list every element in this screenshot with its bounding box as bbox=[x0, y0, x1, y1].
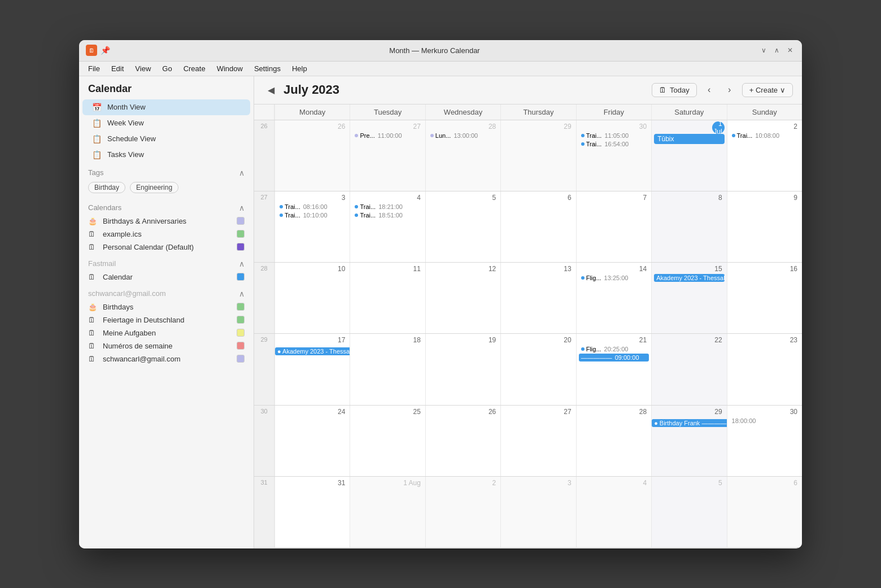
day-cell-jun26[interactable]: 26 bbox=[274, 120, 350, 191]
tags-toggle[interactable]: ∧ bbox=[239, 168, 245, 177]
day-cell-jun29[interactable]: 29 bbox=[500, 120, 575, 191]
calendar-example-ics[interactable]: 🗓 example.ics bbox=[79, 228, 254, 241]
day-cell-jul21[interactable]: 21 Flig...20:25:00 —————09:00:00 bbox=[576, 334, 651, 404]
day-cell-jul19[interactable]: 19 bbox=[425, 334, 500, 404]
day-cell-jul8[interactable]: 8 bbox=[651, 191, 726, 262]
sidebar-item-week-view[interactable]: 📋 Week View bbox=[82, 115, 250, 131]
day-num: 22 bbox=[654, 335, 724, 345]
menu-file[interactable]: File bbox=[84, 63, 104, 74]
day-cell-jul2[interactable]: 2 Trai...10:08:00 bbox=[727, 120, 802, 191]
day-cell-jul15[interactable]: 15 Akademy 2023 - Thessaloniki (in pers bbox=[651, 263, 726, 333]
event-trai-2[interactable]: Trai...16:54:00 bbox=[579, 140, 649, 148]
calendar-schwancarl[interactable]: 🗓 schwancarl@gmail.com bbox=[79, 352, 254, 365]
day-cell-jul7[interactable]: 7 bbox=[576, 191, 651, 262]
day-cell-jul24[interactable]: 24 bbox=[274, 406, 350, 476]
tag-birthday[interactable]: Birthday bbox=[88, 182, 125, 193]
calendar-fastmail[interactable]: 🗓 Calendar bbox=[79, 271, 254, 284]
menu-create[interactable]: Create bbox=[179, 63, 210, 74]
day-cell-jun27[interactable]: 27 Pre...11:00:00 bbox=[350, 120, 425, 191]
event-akademy-span[interactable]: ● Akademy 2023 - Thessaloniki (in person… bbox=[275, 347, 350, 355]
calendar-numeros[interactable]: 🗓 Numéros de semaine bbox=[79, 339, 254, 352]
calendar-meine-aufgaben[interactable]: 🗓 Meine Aufgaben bbox=[79, 326, 254, 339]
prev-month-button[interactable]: ‹ bbox=[701, 82, 717, 98]
day-cell-aug3[interactable]: 3 bbox=[500, 477, 575, 547]
day-cell-jul27[interactable]: 27 bbox=[500, 406, 575, 476]
event-trai-3[interactable]: Trai...08:16:00 bbox=[277, 203, 347, 211]
day-cell-jul29[interactable]: 29 ● Birthday Frank ———— bbox=[651, 406, 726, 476]
day-cell-jul18[interactable]: 18 bbox=[350, 334, 425, 404]
day-cell-jul12[interactable]: 12 bbox=[425, 263, 500, 333]
minimize-button[interactable]: ∨ bbox=[759, 45, 769, 55]
day-cell-jul6[interactable]: 6 bbox=[500, 191, 575, 262]
day-cell-jul31[interactable]: 31 bbox=[274, 477, 350, 547]
day-cell-jul3[interactable]: 3 Trai...08:16:00 Trai...10:10:00 bbox=[274, 191, 350, 262]
calendar-personal-default[interactable]: 🗓 Personal Calendar (Default) bbox=[79, 241, 254, 254]
day-cell-jul13[interactable]: 13 bbox=[500, 263, 575, 333]
calendar-birthdays-anniversaries[interactable]: 🎂 Birthdays & Anniversaries bbox=[79, 215, 254, 228]
event-birthday-frank[interactable]: ● Birthday Frank ———— bbox=[652, 419, 726, 427]
event-akademy-15[interactable]: Akademy 2023 - Thessaloniki (in pers bbox=[654, 274, 724, 282]
event-trai-6[interactable]: Trai...18:51:00 bbox=[352, 211, 422, 219]
day-cell-aug4[interactable]: 4 bbox=[576, 477, 651, 547]
event-trai-1[interactable]: Trai...11:05:00 bbox=[579, 132, 649, 140]
day-cell-jul28[interactable]: 28 bbox=[576, 406, 651, 476]
sidebar-toggle-button[interactable]: ◀ bbox=[263, 82, 279, 98]
event-flig-21[interactable]: Flig...20:25:00 bbox=[579, 345, 649, 353]
next-month-button[interactable]: › bbox=[722, 82, 738, 98]
event-span-end-21[interactable]: —————09:00:00 bbox=[579, 354, 649, 361]
day-cell-jul20[interactable]: 20 bbox=[500, 334, 575, 404]
event-trai-4[interactable]: Trai...10:10:00 bbox=[277, 211, 347, 219]
day-cell-jul10[interactable]: 10 bbox=[274, 263, 350, 333]
menu-edit[interactable]: Edit bbox=[107, 63, 128, 74]
day-cell-jun28[interactable]: 28 Lun...13:00:00 bbox=[425, 120, 500, 191]
tag-engineering[interactable]: Engineering bbox=[130, 182, 178, 193]
event-flig-14[interactable]: Flig...13:25:00 bbox=[579, 274, 649, 282]
maximize-button[interactable]: ∧ bbox=[772, 45, 782, 55]
google-toggle[interactable]: ∧ bbox=[239, 289, 245, 298]
day-cell-jul26[interactable]: 26 bbox=[425, 406, 500, 476]
day-cell-aug6[interactable]: 6 bbox=[727, 477, 802, 547]
event-lun[interactable]: Lun...13:00:00 bbox=[428, 132, 498, 140]
calendar-feiertage[interactable]: 🗓 Feiertage in Deutschland bbox=[79, 313, 254, 326]
day-num: 28 bbox=[428, 121, 498, 132]
day-cell-jun30[interactable]: 30 Trai...11:05:00 Trai...16:54:00 bbox=[576, 120, 651, 191]
close-button[interactable]: ✕ bbox=[785, 45, 795, 55]
fastmail-toggle[interactable]: ∧ bbox=[239, 259, 245, 268]
day-cell-jul1[interactable]: 1 Jul Tūbix bbox=[651, 120, 726, 191]
menu-help[interactable]: Help bbox=[287, 63, 312, 74]
day-cell-jul11[interactable]: 11 bbox=[350, 263, 425, 333]
day-cell-aug1[interactable]: 1 Aug bbox=[350, 477, 425, 547]
day-cell-jul25[interactable]: 25 bbox=[350, 406, 425, 476]
create-button[interactable]: + Create ∨ bbox=[742, 83, 793, 97]
sidebar-item-month-view[interactable]: 📅 Month View bbox=[82, 99, 250, 115]
event-label: Akademy 2023 - Thessaloniki (in pers bbox=[656, 275, 724, 281]
day-num: 4 bbox=[579, 478, 649, 488]
sidebar-item-schedule-view[interactable]: 📋 Schedule View bbox=[82, 131, 250, 147]
calendars-toggle[interactable]: ∧ bbox=[239, 203, 245, 212]
event-pre[interactable]: Pre...11:00:00 bbox=[352, 132, 422, 140]
today-button[interactable]: 🗓 Today bbox=[652, 83, 697, 97]
day-cell-jul30[interactable]: 30 18:00:00 bbox=[727, 406, 802, 476]
example-ics-color bbox=[237, 230, 245, 238]
menu-window[interactable]: Window bbox=[212, 63, 247, 74]
day-cell-jul9[interactable]: 9 bbox=[727, 191, 802, 262]
event-time: 13:25:00 bbox=[604, 275, 629, 281]
sidebar-item-tasks-view[interactable]: 📋 Tasks View bbox=[82, 147, 250, 163]
day-cell-aug5[interactable]: 5 bbox=[651, 477, 726, 547]
menu-go[interactable]: Go bbox=[158, 63, 176, 74]
day-cell-jul22[interactable]: 22 bbox=[651, 334, 726, 404]
event-time: 11:05:00 bbox=[604, 132, 629, 139]
calendar-birthdays-google[interactable]: 🎂 Birthdays bbox=[79, 300, 254, 313]
event-trai-jul2[interactable]: Trai...10:08:00 bbox=[730, 132, 800, 140]
menu-settings[interactable]: Settings bbox=[250, 63, 285, 74]
day-cell-jul17[interactable]: 17 ● Akademy 2023 - Thessaloniki (in per… bbox=[274, 334, 350, 404]
menu-view[interactable]: View bbox=[130, 63, 155, 74]
day-cell-jul4[interactable]: 4 Trai...18:21:00 Trai...18:51:00 bbox=[350, 191, 425, 262]
day-cell-jul16[interactable]: 16 bbox=[727, 263, 802, 333]
day-cell-jul14[interactable]: 14 Flig...13:25:00 bbox=[576, 263, 651, 333]
day-cell-jul23[interactable]: 23 bbox=[727, 334, 802, 404]
event-tubix[interactable]: Tūbix bbox=[654, 134, 724, 144]
event-trai-5[interactable]: Trai...18:21:00 bbox=[352, 203, 422, 211]
day-cell-jul5[interactable]: 5 bbox=[425, 191, 500, 262]
day-cell-aug2[interactable]: 2 bbox=[425, 477, 500, 547]
